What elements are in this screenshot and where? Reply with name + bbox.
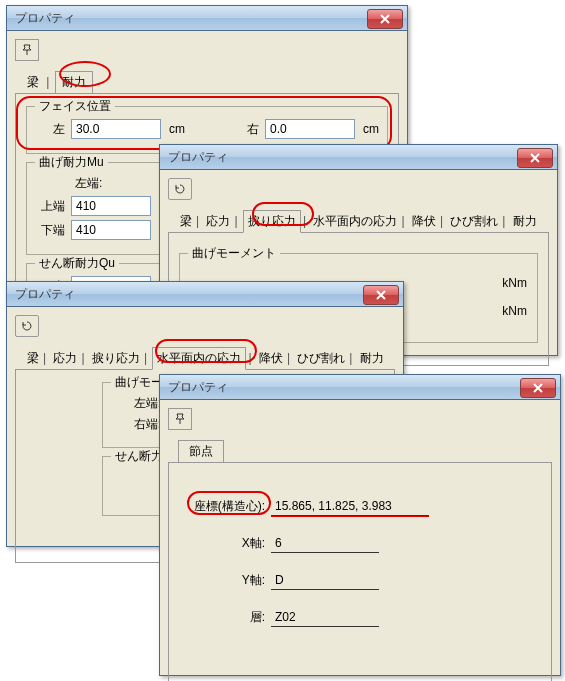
close-button[interactable]	[520, 378, 556, 398]
moment-legend: 曲げモーメント	[188, 245, 280, 262]
tab-beam[interactable]: 梁	[178, 213, 194, 230]
titlebar[interactable]: プロパティ	[7, 282, 403, 307]
coord-redline	[271, 516, 429, 517]
refresh-icon	[21, 320, 33, 332]
close-icon	[532, 383, 544, 393]
tab-beam[interactable]: 梁	[25, 74, 41, 91]
unit-cm: cm	[167, 122, 185, 136]
moment-right-end: 右端:	[111, 416, 161, 433]
qu-legend: せん断耐力Qu	[35, 255, 119, 272]
unit-knm-b: kNm	[502, 304, 527, 318]
refresh-icon	[174, 183, 186, 195]
unit-knm-a: kNm	[502, 276, 527, 290]
title: プロパティ	[164, 379, 228, 396]
mu-legend: 曲げ耐力Mu	[35, 154, 108, 171]
pin-button[interactable]	[15, 315, 39, 337]
pin-button[interactable]	[168, 408, 192, 430]
x-input[interactable]	[271, 534, 379, 553]
y-input[interactable]	[271, 571, 379, 590]
pin-icon	[21, 44, 33, 56]
property-window-4: プロパティ 節点 座標(構造心): X軸: Y軸	[159, 374, 561, 676]
face-legend: フェイス位置	[35, 98, 115, 115]
close-icon	[379, 14, 391, 24]
titlebar[interactable]: プロパティ	[160, 375, 560, 400]
z-label: 層:	[175, 609, 265, 626]
tab-crack[interactable]: ひび割れ	[448, 213, 500, 230]
tab-yield[interactable]: 降伏	[257, 350, 285, 367]
title: プロパティ	[164, 149, 228, 166]
mu-lower-input[interactable]	[71, 220, 151, 240]
close-button[interactable]	[517, 148, 553, 168]
face-right-input[interactable]	[265, 119, 355, 139]
unit-cm2: cm	[361, 122, 379, 136]
y-label: Y軸:	[175, 572, 265, 589]
pin-icon	[174, 413, 186, 425]
mu-upper-input[interactable]	[71, 196, 151, 216]
tab-stress[interactable]: 応力	[204, 213, 232, 230]
mu-upper-lbl: 上端	[35, 198, 65, 215]
pin-button[interactable]	[168, 178, 192, 200]
tab-hstress[interactable]: 水平面内の応力	[311, 213, 399, 230]
moment-left-end: 左端:	[111, 395, 161, 412]
pin-button[interactable]	[15, 39, 39, 61]
close-icon	[375, 290, 387, 300]
face-left-input[interactable]	[71, 119, 161, 139]
mu-lower-lbl: 下端	[35, 222, 65, 239]
tab-capacity[interactable]: 耐力	[358, 350, 386, 367]
titlebar[interactable]: プロパティ	[7, 6, 407, 31]
mu-left-end: 左端:	[75, 175, 102, 192]
face-right-label: 右	[229, 121, 259, 138]
tab-torsion[interactable]: 捩り応力	[243, 210, 301, 233]
close-button[interactable]	[363, 285, 399, 305]
coord-label: 座標(構造心):	[175, 498, 265, 515]
tab-hstress[interactable]: 水平面内の応力	[152, 347, 246, 370]
x-label: X軸:	[175, 535, 265, 552]
z-input[interactable]	[271, 608, 379, 627]
tab-stress[interactable]: 応力	[51, 350, 79, 367]
tab-capacity[interactable]: 耐力	[55, 71, 93, 94]
tab-crack[interactable]: ひび割れ	[295, 350, 347, 367]
title: プロパティ	[11, 10, 75, 27]
tab-beam[interactable]: 梁	[25, 350, 41, 367]
face-left-label: 左	[35, 121, 65, 138]
title: プロパティ	[11, 286, 75, 303]
coord-input[interactable]	[271, 497, 429, 516]
tab-torsion[interactable]: 捩り応力	[90, 350, 142, 367]
titlebar[interactable]: プロパティ	[160, 145, 557, 170]
tab-yield[interactable]: 降伏	[410, 213, 438, 230]
tab-capacity[interactable]: 耐力	[511, 213, 539, 230]
close-icon	[529, 153, 541, 163]
close-button[interactable]	[367, 9, 403, 29]
tab-node[interactable]: 節点	[178, 440, 224, 463]
